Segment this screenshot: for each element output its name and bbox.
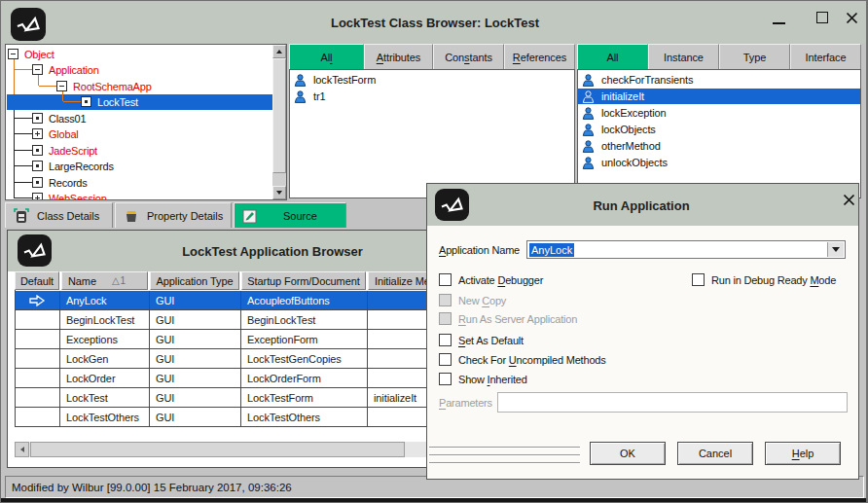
close-button[interactable] (846, 11, 858, 28)
table-cell[interactable]: AnyLock (60, 291, 150, 310)
default-cell[interactable] (15, 330, 60, 349)
expand-icon[interactable] (32, 193, 43, 200)
scrollbar-thumb[interactable] (30, 442, 405, 457)
method-icon (582, 124, 595, 136)
tab-type[interactable]: Type (719, 44, 790, 69)
tree-scrollbar[interactable] (272, 45, 286, 199)
list-item[interactable]: lockTestForm (294, 72, 376, 88)
expand-icon[interactable] (32, 128, 43, 139)
default-cell[interactable] (15, 291, 60, 310)
table-cell[interactable]: LockGen (60, 349, 150, 369)
tree-item-rootschemaapp[interactable]: RootSchemaApp (56, 79, 152, 93)
combo-dropdown-icon[interactable] (827, 242, 844, 257)
collapse-icon[interactable] (56, 81, 67, 91)
scroll-down-icon[interactable] (272, 186, 286, 199)
table-cell[interactable]: LockOrder (60, 369, 150, 388)
help-button[interactable]: Help (765, 442, 841, 465)
run-application-dialog: Run Application Application Name AnyLock… (426, 183, 859, 480)
list-item-selected[interactable]: initializeIt (582, 89, 644, 104)
table-cell[interactable]: GUI (150, 291, 241, 310)
tab-references[interactable]: References (504, 44, 575, 69)
method-icon (582, 90, 595, 103)
checkbox-set-as-default[interactable]: Set As Default (439, 334, 524, 346)
list-item[interactable]: checkForTransients (582, 72, 693, 88)
default-cell[interactable] (15, 310, 60, 330)
scroll-left-icon[interactable] (15, 442, 29, 457)
table-cell[interactable]: LockTestOthers (241, 408, 368, 427)
tab-all-methods[interactable]: All (577, 44, 648, 69)
tab-source[interactable]: Source (234, 202, 346, 228)
list-item[interactable]: lockObjects (582, 122, 656, 137)
column-header-application-type[interactable]: Application Type (150, 271, 239, 290)
tab-interface[interactable]: Interface (790, 44, 861, 69)
tree-item-application[interactable]: Application (32, 62, 99, 77)
table-cell[interactable]: LockTest (60, 388, 150, 408)
column-header-startup[interactable]: Startup Form/Document (241, 271, 366, 290)
scroll-up-icon[interactable] (272, 45, 286, 58)
table-cell[interactable]: LockTestGenCopies (241, 349, 368, 369)
application-name-combo[interactable]: AnyLock (526, 240, 846, 259)
dialog-close-button[interactable] (843, 194, 855, 208)
table-cell[interactable]: LockTestOthers (60, 408, 150, 427)
default-cell[interactable] (15, 408, 60, 427)
default-cell[interactable] (15, 369, 60, 388)
scrollbar-thumb[interactable] (272, 58, 286, 173)
table-cell[interactable]: ExceptionForm (241, 330, 368, 349)
list-item[interactable]: unlockObjects (582, 155, 668, 170)
table-cell[interactable]: Exceptions (60, 330, 150, 349)
leaf-icon[interactable] (32, 145, 43, 156)
table-cell[interactable]: BeginLockTest (60, 310, 150, 330)
collapse-icon[interactable] (32, 64, 43, 75)
checkbox-run-in-debug-ready-mode[interactable]: Run in Debug Ready Mode (692, 273, 836, 286)
table-cell[interactable]: GUI (150, 369, 241, 388)
list-item[interactable]: lockException (582, 105, 667, 121)
app-browser-title: LockTest Application Browser (66, 244, 479, 259)
app-browser-hscrollbar[interactable] (15, 442, 485, 457)
leaf-icon[interactable] (32, 161, 43, 171)
checkbox-show-inherited[interactable]: Show Inherited (439, 373, 527, 385)
property-details-icon (124, 208, 139, 224)
leaf-icon[interactable] (81, 96, 91, 107)
leaf-icon[interactable] (32, 113, 43, 124)
default-cell[interactable] (15, 349, 60, 369)
list-item[interactable]: tr1 (294, 89, 326, 104)
tree-item-locktest[interactable]: LockTest (81, 94, 138, 109)
tree-item-global[interactable]: Global (32, 126, 79, 141)
jade-logo-icon (18, 234, 52, 267)
tab-class-details[interactable]: Class Details (5, 202, 113, 228)
column-header-default[interactable]: Default (15, 271, 59, 290)
collapse-icon[interactable] (8, 49, 18, 59)
window-bottom-edge (1, 498, 868, 503)
tree-item-class01[interactable]: Class01 (32, 111, 86, 126)
table-cell[interactable]: LockOrderForm (241, 369, 368, 388)
ok-button[interactable]: OK (590, 442, 666, 465)
minimize-button[interactable] (773, 22, 785, 24)
tab-constants[interactable]: Constants (433, 44, 504, 69)
cancel-button[interactable]: Cancel (677, 442, 753, 465)
maximize-button[interactable] (816, 12, 828, 23)
table-cell[interactable]: GUI (150, 349, 241, 369)
checkbox-check-for-uncompiled-methods[interactable]: Check For Uncompiled Methods (439, 353, 606, 366)
checkbox-activate-debugger[interactable]: Activate Debugger (439, 273, 543, 286)
tree-item-websession[interactable]: WebSession (32, 191, 107, 200)
tree-item-records[interactable]: Records (32, 175, 88, 190)
tree-item-largerecords[interactable]: LargeRecords (32, 159, 114, 173)
tree-item-jadescript[interactable]: JadeScript (32, 143, 97, 158)
leaf-icon[interactable] (32, 177, 43, 188)
table-cell[interactable]: BeginLockTest (241, 310, 368, 330)
table-cell[interactable]: GUI (150, 388, 241, 408)
table-cell[interactable]: AcoupleofButtons (241, 291, 368, 310)
table-cell[interactable]: GUI (150, 330, 241, 349)
table-cell[interactable]: LockTestForm (241, 388, 368, 408)
parameters-input[interactable] (497, 392, 848, 413)
tab-attributes[interactable]: Attributes (364, 44, 433, 69)
default-cell[interactable] (15, 388, 60, 408)
table-cell[interactable]: GUI (150, 408, 241, 427)
tab-instance[interactable]: Instance (648, 44, 719, 69)
list-item[interactable]: otherMethod (582, 138, 661, 154)
column-header-name[interactable]: Name △ 1 (61, 271, 148, 290)
tree-item-object[interactable]: Object (8, 47, 54, 61)
table-cell[interactable]: GUI (150, 310, 241, 330)
tab-all-properties[interactable]: All (289, 44, 364, 69)
tab-property-details[interactable]: Property Details (115, 202, 232, 228)
